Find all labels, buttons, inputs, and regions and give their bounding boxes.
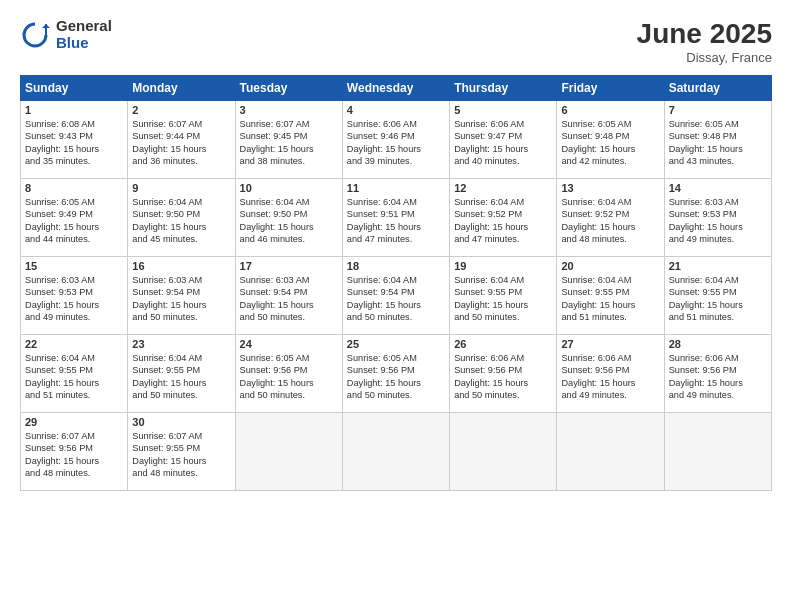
- day-info: Sunrise: 6:05 AM Sunset: 9:49 PM Dayligh…: [25, 196, 123, 246]
- calendar-cell: [450, 413, 557, 491]
- calendar-cell: 8Sunrise: 6:05 AM Sunset: 9:49 PM Daylig…: [21, 179, 128, 257]
- logo: General Blue: [20, 18, 112, 51]
- day-number: 18: [347, 260, 445, 272]
- calendar-cell: 7Sunrise: 6:05 AM Sunset: 9:48 PM Daylig…: [664, 101, 771, 179]
- day-info: Sunrise: 6:06 AM Sunset: 9:56 PM Dayligh…: [561, 352, 659, 402]
- day-number: 7: [669, 104, 767, 116]
- month-title: June 2025: [637, 18, 772, 50]
- day-info: Sunrise: 6:08 AM Sunset: 9:43 PM Dayligh…: [25, 118, 123, 168]
- day-number: 12: [454, 182, 552, 194]
- day-number: 22: [25, 338, 123, 350]
- calendar-cell: [664, 413, 771, 491]
- logo-general-text: General: [56, 18, 112, 35]
- calendar-cell: 6Sunrise: 6:05 AM Sunset: 9:48 PM Daylig…: [557, 101, 664, 179]
- day-info: Sunrise: 6:07 AM Sunset: 9:44 PM Dayligh…: [132, 118, 230, 168]
- col-tuesday: Tuesday: [235, 76, 342, 101]
- day-info: Sunrise: 6:04 AM Sunset: 9:54 PM Dayligh…: [347, 274, 445, 324]
- day-info: Sunrise: 6:03 AM Sunset: 9:53 PM Dayligh…: [669, 196, 767, 246]
- col-monday: Monday: [128, 76, 235, 101]
- calendar-cell: 22Sunrise: 6:04 AM Sunset: 9:55 PM Dayli…: [21, 335, 128, 413]
- calendar-cell: 1Sunrise: 6:08 AM Sunset: 9:43 PM Daylig…: [21, 101, 128, 179]
- day-number: 26: [454, 338, 552, 350]
- header: General Blue June 2025 Dissay, France: [20, 18, 772, 65]
- calendar-cell: 27Sunrise: 6:06 AM Sunset: 9:56 PM Dayli…: [557, 335, 664, 413]
- calendar-cell: 29Sunrise: 6:07 AM Sunset: 9:56 PM Dayli…: [21, 413, 128, 491]
- day-number: 8: [25, 182, 123, 194]
- title-block: June 2025 Dissay, France: [637, 18, 772, 65]
- calendar-cell: 14Sunrise: 6:03 AM Sunset: 9:53 PM Dayli…: [664, 179, 771, 257]
- calendar-table: Sunday Monday Tuesday Wednesday Thursday…: [20, 75, 772, 491]
- calendar-cell: [235, 413, 342, 491]
- day-number: 24: [240, 338, 338, 350]
- calendar-cell: 4Sunrise: 6:06 AM Sunset: 9:46 PM Daylig…: [342, 101, 449, 179]
- calendar-cell: 12Sunrise: 6:04 AM Sunset: 9:52 PM Dayli…: [450, 179, 557, 257]
- day-number: 15: [25, 260, 123, 272]
- day-number: 5: [454, 104, 552, 116]
- day-info: Sunrise: 6:04 AM Sunset: 9:52 PM Dayligh…: [454, 196, 552, 246]
- day-number: 16: [132, 260, 230, 272]
- day-info: Sunrise: 6:06 AM Sunset: 9:46 PM Dayligh…: [347, 118, 445, 168]
- day-number: 13: [561, 182, 659, 194]
- day-info: Sunrise: 6:04 AM Sunset: 9:55 PM Dayligh…: [669, 274, 767, 324]
- calendar-cell: 21Sunrise: 6:04 AM Sunset: 9:55 PM Dayli…: [664, 257, 771, 335]
- calendar-cell: 30Sunrise: 6:07 AM Sunset: 9:55 PM Dayli…: [128, 413, 235, 491]
- day-number: 21: [669, 260, 767, 272]
- col-friday: Friday: [557, 76, 664, 101]
- calendar-cell: 24Sunrise: 6:05 AM Sunset: 9:56 PM Dayli…: [235, 335, 342, 413]
- day-info: Sunrise: 6:06 AM Sunset: 9:56 PM Dayligh…: [669, 352, 767, 402]
- day-info: Sunrise: 6:05 AM Sunset: 9:48 PM Dayligh…: [561, 118, 659, 168]
- calendar-cell: 18Sunrise: 6:04 AM Sunset: 9:54 PM Dayli…: [342, 257, 449, 335]
- col-thursday: Thursday: [450, 76, 557, 101]
- day-info: Sunrise: 6:06 AM Sunset: 9:47 PM Dayligh…: [454, 118, 552, 168]
- calendar-cell: [342, 413, 449, 491]
- day-number: 3: [240, 104, 338, 116]
- logo-icon: [20, 20, 50, 50]
- day-info: Sunrise: 6:07 AM Sunset: 9:56 PM Dayligh…: [25, 430, 123, 480]
- calendar-cell: 26Sunrise: 6:06 AM Sunset: 9:56 PM Dayli…: [450, 335, 557, 413]
- location: Dissay, France: [637, 50, 772, 65]
- day-number: 25: [347, 338, 445, 350]
- col-saturday: Saturday: [664, 76, 771, 101]
- calendar-page: General Blue June 2025 Dissay, France Su…: [0, 0, 792, 612]
- col-sunday: Sunday: [21, 76, 128, 101]
- calendar-cell: 2Sunrise: 6:07 AM Sunset: 9:44 PM Daylig…: [128, 101, 235, 179]
- calendar-cell: 25Sunrise: 6:05 AM Sunset: 9:56 PM Dayli…: [342, 335, 449, 413]
- day-number: 10: [240, 182, 338, 194]
- day-number: 2: [132, 104, 230, 116]
- calendar-cell: 3Sunrise: 6:07 AM Sunset: 9:45 PM Daylig…: [235, 101, 342, 179]
- day-number: 1: [25, 104, 123, 116]
- day-number: 9: [132, 182, 230, 194]
- day-info: Sunrise: 6:04 AM Sunset: 9:50 PM Dayligh…: [240, 196, 338, 246]
- calendar-cell: 9Sunrise: 6:04 AM Sunset: 9:50 PM Daylig…: [128, 179, 235, 257]
- day-info: Sunrise: 6:04 AM Sunset: 9:50 PM Dayligh…: [132, 196, 230, 246]
- logo-blue-text: Blue: [56, 35, 112, 52]
- calendar-cell: 15Sunrise: 6:03 AM Sunset: 9:53 PM Dayli…: [21, 257, 128, 335]
- day-number: 14: [669, 182, 767, 194]
- calendar-cell: 17Sunrise: 6:03 AM Sunset: 9:54 PM Dayli…: [235, 257, 342, 335]
- day-number: 28: [669, 338, 767, 350]
- day-number: 29: [25, 416, 123, 428]
- day-info: Sunrise: 6:04 AM Sunset: 9:55 PM Dayligh…: [132, 352, 230, 402]
- calendar-cell: 20Sunrise: 6:04 AM Sunset: 9:55 PM Dayli…: [557, 257, 664, 335]
- calendar-week-5: 29Sunrise: 6:07 AM Sunset: 9:56 PM Dayli…: [21, 413, 772, 491]
- day-number: 19: [454, 260, 552, 272]
- day-info: Sunrise: 6:05 AM Sunset: 9:56 PM Dayligh…: [347, 352, 445, 402]
- calendar-week-4: 22Sunrise: 6:04 AM Sunset: 9:55 PM Dayli…: [21, 335, 772, 413]
- day-info: Sunrise: 6:07 AM Sunset: 9:55 PM Dayligh…: [132, 430, 230, 480]
- header-row: Sunday Monday Tuesday Wednesday Thursday…: [21, 76, 772, 101]
- day-number: 4: [347, 104, 445, 116]
- day-info: Sunrise: 6:04 AM Sunset: 9:55 PM Dayligh…: [454, 274, 552, 324]
- day-number: 20: [561, 260, 659, 272]
- calendar-cell: 13Sunrise: 6:04 AM Sunset: 9:52 PM Dayli…: [557, 179, 664, 257]
- calendar-cell: 19Sunrise: 6:04 AM Sunset: 9:55 PM Dayli…: [450, 257, 557, 335]
- day-info: Sunrise: 6:05 AM Sunset: 9:56 PM Dayligh…: [240, 352, 338, 402]
- calendar-cell: 10Sunrise: 6:04 AM Sunset: 9:50 PM Dayli…: [235, 179, 342, 257]
- calendar-week-3: 15Sunrise: 6:03 AM Sunset: 9:53 PM Dayli…: [21, 257, 772, 335]
- day-number: 30: [132, 416, 230, 428]
- day-info: Sunrise: 6:04 AM Sunset: 9:55 PM Dayligh…: [561, 274, 659, 324]
- day-info: Sunrise: 6:04 AM Sunset: 9:55 PM Dayligh…: [25, 352, 123, 402]
- calendar-cell: 28Sunrise: 6:06 AM Sunset: 9:56 PM Dayli…: [664, 335, 771, 413]
- day-info: Sunrise: 6:05 AM Sunset: 9:48 PM Dayligh…: [669, 118, 767, 168]
- calendar-week-2: 8Sunrise: 6:05 AM Sunset: 9:49 PM Daylig…: [21, 179, 772, 257]
- day-number: 17: [240, 260, 338, 272]
